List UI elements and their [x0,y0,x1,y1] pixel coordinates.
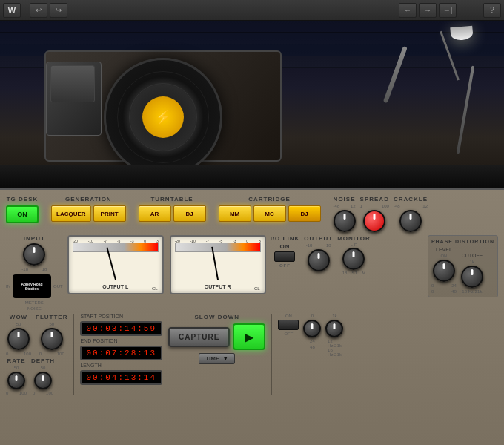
phase-level-hi2: 48 [451,289,457,294]
generation-section: GENERATION LACQUER PRINT [51,196,126,222]
undo-button[interactable]: ↩ [30,3,47,18]
phase-level-range-hi: 24 [310,339,315,343]
depth-hi: 100 [46,391,53,395]
phase-distortion-section: PHASE DISTORTION LEVEL ON 0 24 0 [428,235,498,297]
time-dropdown[interactable]: TIME ▼ [199,353,235,364]
turntable-label: TURNTABLE [150,196,193,202]
flutter-knob[interactable] [41,328,63,350]
monitor-m: M [362,271,365,275]
mc-button[interactable]: MC [253,205,286,222]
vu-meter-right: -20-10-7-5-303 OUTPUT R CL- [170,235,266,294]
mm-button[interactable]: MM [219,205,251,222]
noise-spread-crackle: NOISE -48 12 SPREAD 1 100 CRAC [334,196,428,232]
end-time-display: 00:07:28:13 [80,346,162,360]
turntable-section: TURNTABLE AR DJ [139,196,206,222]
crackle-label: CRACKLE [394,196,428,202]
io-link-toggle[interactable] [274,251,295,262]
rate-range: 50 [14,366,19,370]
monitor-l: L [351,243,353,247]
noise-lo: -48 [334,204,340,208]
meters-label: METERS [25,300,44,305]
start-time-display: 00:03:14:59 [80,321,162,336]
phase-level-hi: 24 [451,283,457,288]
play-button[interactable]: ▶ [233,323,265,350]
monitor-range-lo: 18 [342,271,348,275]
lacquer-button[interactable]: LACQUER [51,205,91,222]
wow-knob[interactable] [7,328,30,350]
redo-button[interactable]: ↪ [50,3,67,18]
dj-button[interactable]: DJ [173,205,206,222]
io-off-label: OFF [279,263,291,268]
vu-meters: -20-10-7-5-303 OUTPUT L CL- -20-10-7-5-3… [67,235,266,294]
on-button[interactable]: ON [6,205,39,223]
dj2-button[interactable]: DJ [288,205,321,222]
led-displays: START POSITION 00:03:14:59 END POSITION … [80,314,162,385]
vu-label-right: OUTPUT R [171,284,265,289]
input-section: INPUT -18 18 IN Abbey RoadStudios OUT [6,235,63,311]
crackle-lo: -48 [394,204,400,208]
waves-logo: W [3,3,21,18]
depth-lo: 0 [33,391,35,395]
io-output-monitor: I/O LINK ON OFF OUTPUT -18 18 [271,235,371,275]
noise-label: NOISE [334,196,356,202]
flutter-range: 50 [49,322,54,326]
crackle-hi: 12 [422,204,428,208]
phase-level-knob2[interactable] [303,320,321,337]
input-knob[interactable] [23,243,45,266]
monitor-label: MONITOR [337,235,371,242]
spread-knob[interactable] [363,210,385,232]
flutter-lo: 0 [39,352,42,356]
forward-button[interactable]: → [419,3,437,18]
back-button[interactable]: ← [399,3,417,18]
rate-lo: 0 [6,391,8,395]
crackle-knob[interactable] [399,210,422,232]
noise-knob-group: NOISE -48 12 [334,196,356,232]
monitor-knob[interactable] [342,248,365,270]
phase-level-knob[interactable] [433,260,455,282]
cartridge-section: CARTRIDGE MM MC DJ [219,196,321,222]
app: W ↩ ↪ ← → →| ? [0,0,504,445]
monitor-st: ST [351,271,357,275]
cartridge-label: CARTRIDGE [248,196,291,202]
capture-button[interactable]: CAPTURE [168,327,230,347]
phase-cutoff-knob[interactable] [461,266,483,288]
crackle-knob-group: CRACKLE -48 12 [394,196,428,232]
turntable-area: ⚡ [0,21,504,188]
io-link-label: I/O LINK [271,235,300,242]
abbey-road-logo: Abbey RoadStudios [13,274,51,298]
wow-flutter-section: WOW 50 0 100 FLUTTER 50 0 [6,314,67,395]
cl-label-right: CL- [254,286,262,291]
rate-label: RATE [7,357,25,364]
phase-on-toggle[interactable] [278,320,299,330]
rate-knob[interactable] [7,372,25,389]
phase-distortion-label: PHASE DISTORTION [431,239,494,244]
depth-knob[interactable] [34,372,52,389]
skip-button[interactable]: →| [439,3,457,18]
print-button[interactable]: PRINT [93,205,126,222]
end-position-label: END POSITION [80,338,139,343]
slow-down-section: SLOW DOWN CAPTURE ▶ TIME ▼ [168,314,265,364]
vu-meter-left: -20-10-7-5-303 OUTPUT L CL- [67,235,164,294]
phase-cutoff-lo: 16 [462,289,467,294]
output-knob[interactable] [308,249,330,271]
input-lo: -18 [21,267,28,271]
ar-button[interactable]: AR [139,205,171,222]
phase-level-lo: 0 [431,283,434,288]
spread-hi: 100 [382,204,389,208]
cl-label-left: CL- [152,286,159,291]
phase-cutoff-range-1k: 1k [332,314,336,318]
phase-cutoff-1k: 1k [470,260,474,264]
spread-lo: 1 [360,204,362,208]
phase-cutoff-knob2[interactable] [325,320,343,337]
time-label: TIME [205,355,219,362]
spread-knob-group: SPREAD 1 100 [360,196,389,232]
wow-hi: 100 [24,352,31,356]
help-button[interactable]: ? [483,3,501,18]
phase-bottom: ON OFF 0 24 48 1k 1k Hz 21k 16 [278,314,343,357]
noise-knob[interactable] [334,210,356,232]
phase-level-range-lo: 0 [311,314,314,318]
depth-label: DEPTH [31,357,55,364]
phase-cutoff-label: CUTOFF [462,253,483,258]
phase-level-range-hi2: 48 [310,345,315,349]
phase-cutoff-hi6: Hz 21k [328,352,342,357]
